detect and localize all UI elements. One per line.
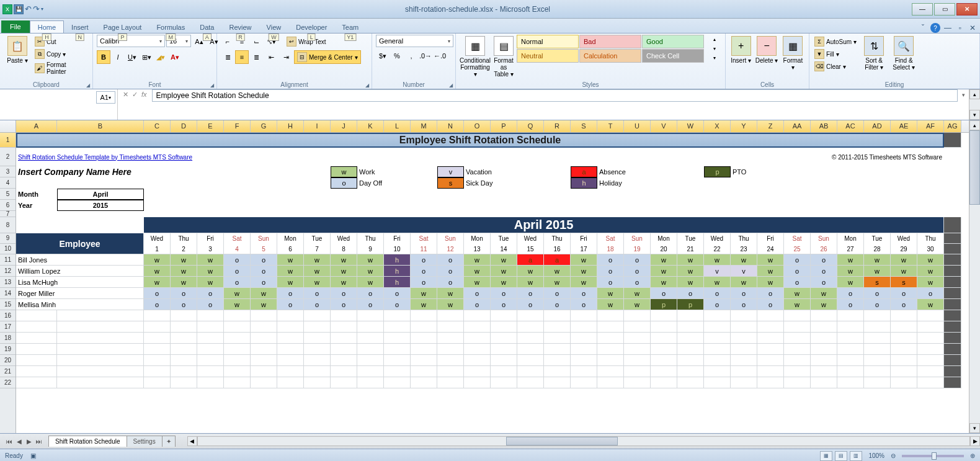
row-header-12[interactable]: 12 [0,266,16,277]
col-header-G[interactable]: G [251,120,277,132]
col-header-U[interactable]: U [624,120,651,132]
tab-home[interactable]: HomeH [30,20,64,33]
style-normal[interactable]: Normal [517,35,579,48]
close-button[interactable]: ✕ [956,3,978,16]
row-header-13[interactable]: 13 [0,277,16,288]
inc-decimal-button[interactable]: .0→ [419,49,432,63]
window-min-icon[interactable]: — [943,23,953,33]
redo-icon[interactable]: ↷ [33,4,40,14]
col-header-Y[interactable]: Y [731,120,757,132]
enter-fx-icon[interactable]: ✓ [132,91,138,120]
col-header-R[interactable]: R [544,120,571,132]
col-header-AD[interactable]: AD [864,120,891,132]
align-top-button[interactable]: ⌐ [221,35,234,48]
maximize-button[interactable]: ▭ [934,3,955,16]
italic-button[interactable]: I [111,50,125,64]
formula-input[interactable]: Employee Shift Rotation Schedule [152,89,958,102]
zoom-slider[interactable] [902,455,964,457]
style-check-cell[interactable]: Check Cell [642,49,704,63]
styles-down-button[interactable]: ▾ [708,44,721,53]
paste-button[interactable]: 📋 Paste ▾ [4,35,31,64]
row-header-10[interactable]: 10 [0,244,16,254]
save-icon[interactable]: 💾 [14,4,24,14]
col-header-V[interactable]: V [651,120,677,132]
view-break-button[interactable]: ▥ [850,451,862,461]
format-painter-button[interactable]: 🖌Format Painter [33,61,89,76]
row-header-2[interactable]: 2 [0,148,16,166]
indent-dec-button[interactable]: ⇤ [264,50,278,64]
row-header-9[interactable]: 9 [0,233,16,244]
zoom-level[interactable]: 100% [868,452,884,459]
align-center-button[interactable]: ≡ [235,50,249,64]
row-header-11[interactable]: 11 [0,254,16,266]
col-header-I[interactable]: I [304,120,331,132]
col-header-J[interactable]: J [331,120,357,132]
row-header-19[interactable]: 19 [0,344,16,355]
col-header-X[interactable]: X [704,120,731,132]
window-restore-icon[interactable]: ▫ [955,23,965,33]
undo-icon[interactable]: ↶ [25,4,32,14]
row-header-1[interactable]: 1 [0,133,16,148]
col-header-B[interactable]: B [57,120,144,132]
row-header-14[interactable]: 14 [0,288,16,299]
styles-up-button[interactable]: ▴ [708,35,721,43]
copy-button[interactable]: ⧉Copy ▾ [33,48,89,60]
vertical-scrollbar[interactable]: ▴ ▾ [969,120,980,433]
col-header-Q[interactable]: Q [517,120,544,132]
row-header-8[interactable]: 8 [0,217,16,233]
col-header-P[interactable]: P [491,120,517,132]
fill-color-button[interactable]: ◢▾ [154,50,167,64]
tab-developer[interactable]: DeveloperL [288,21,334,33]
tab-team[interactable]: TeamY1 [334,21,366,33]
row-header-7[interactable]: 7 [0,211,16,217]
vscroll-thumb[interactable] [969,130,980,205]
style-neutral[interactable]: Neutral [517,49,579,63]
tab-file[interactable]: File [1,20,30,33]
row-header-3[interactable]: 3 [0,166,16,177]
col-header-C[interactable]: C [144,120,171,132]
delete-cells-button[interactable]: −Delete ▾ [755,35,778,64]
bold-button[interactable]: B [97,50,110,64]
col-header-AG[interactable]: AG [944,120,961,132]
tab-prev-icon[interactable]: ◀ [15,438,24,445]
col-header-S[interactable]: S [571,120,597,132]
view-layout-button[interactable]: ▤ [835,451,847,461]
fill-button[interactable]: ▼Fill ▾ [813,48,858,60]
merge-center-button[interactable]: ⊟Merge & Center ▾ [294,50,361,64]
find-select-button[interactable]: 🔍Find & Select ▾ [890,35,917,71]
fx-icon[interactable]: fx [141,91,147,120]
col-header-AB[interactable]: AB [811,120,837,132]
row-header-22[interactable]: 22 [0,377,16,388]
row-header-4[interactable]: 4 [0,177,16,189]
currency-button[interactable]: $▾ [376,49,390,63]
align-launcher[interactable]: ◢ [365,83,369,88]
insert-cells-button[interactable]: +Insert ▾ [729,35,752,64]
col-header-O[interactable]: O [464,120,491,132]
row-header-20[interactable]: 20 [0,355,16,366]
col-header-H[interactable]: H [277,120,304,132]
sheet-tab-active[interactable]: Shift Rotation Schedule [48,436,127,447]
fx-vscroll[interactable]: ▴▾ [969,89,980,120]
new-sheet-button[interactable]: ✦ [162,436,176,447]
col-header-E[interactable]: E [197,120,224,132]
row-header-15[interactable]: 15 [0,299,16,310]
col-header-M[interactable]: M [411,120,437,132]
number-format-combo[interactable]: General▾ [376,35,453,47]
col-header-F[interactable]: F [224,120,251,132]
style-good[interactable]: Good [642,35,704,48]
style-bad[interactable]: Bad [579,35,641,48]
window-close-icon[interactable]: ✕ [968,23,978,33]
style-calculation[interactable]: Calculation [579,49,641,63]
macro-record-icon[interactable]: ▣ [30,452,36,459]
horizontal-scrollbar[interactable]: ◀ ▶ [187,436,980,446]
col-header-AC[interactable]: AC [837,120,864,132]
col-header-L[interactable]: L [384,120,411,132]
number-launcher[interactable]: ◢ [449,83,453,88]
minimize-ribbon-icon[interactable]: ˇ [918,23,928,33]
col-header-AA[interactable]: AA [784,120,811,132]
border-button[interactable]: ⊞▾ [140,50,153,64]
row-header-17[interactable]: 17 [0,321,16,333]
minimize-button[interactable]: — [912,3,933,16]
cells-area[interactable]: Employee Shift Rotation ScheduleShift Ro… [16,133,969,388]
tab-next-icon[interactable]: ▶ [25,438,33,445]
